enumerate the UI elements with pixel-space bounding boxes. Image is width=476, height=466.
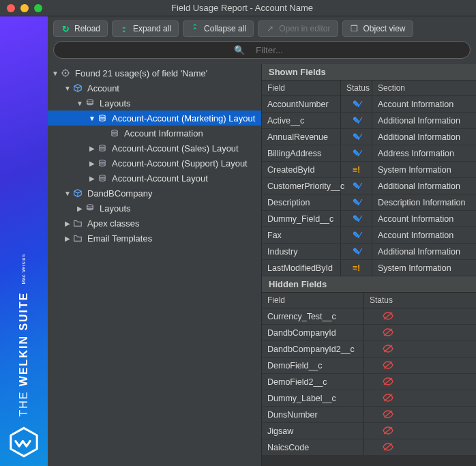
- object-view-button[interactable]: Object view: [342, 20, 413, 37]
- field-cell: Jigsaw: [262, 423, 364, 439]
- zoom-window-button[interactable]: [34, 4, 42, 12]
- chevron-down-icon: ▼: [63, 190, 72, 197]
- shown-field-row[interactable]: Dummy_Field__c✎⁄Account Information: [262, 211, 476, 227]
- status-cell: [364, 407, 412, 422]
- collapse-all-button[interactable]: ⌃⌃ Collapse all: [183, 20, 254, 37]
- status-cell: ✎⁄: [341, 129, 372, 145]
- shown-field-row[interactable]: Description✎⁄Description Information: [262, 194, 476, 211]
- section-cell: Additional Information: [372, 178, 476, 194]
- traffic-lights: [7, 4, 42, 12]
- tree-item[interactable]: ▶Account-Account (Support) Layout: [48, 156, 261, 171]
- status-cell: ✎⁄: [341, 113, 372, 128]
- field-cell: AnnualRevenue: [262, 129, 341, 145]
- edit-status-icon: ✎⁄: [353, 230, 360, 240]
- status-cell: [364, 390, 412, 406]
- hidden-field-row[interactable]: DunsNumber: [262, 407, 476, 423]
- layout-icon: [97, 158, 108, 169]
- field-cell: AccountNumber: [262, 96, 341, 112]
- shown-fields-panel: Shown Fields Field Status Section Accoun…: [262, 64, 476, 276]
- required-status-icon: ≡!: [353, 263, 360, 273]
- brand-text: THE WELKIN SUITE Mac Version: [18, 254, 30, 417]
- shown-field-row[interactable]: BillingAddress✎⁄Address Information: [262, 145, 476, 162]
- shown-field-row[interactable]: Industry✎⁄Additional Information: [262, 244, 476, 260]
- tree-item[interactable]: ▶Account-Account (Sales) Layout: [48, 141, 261, 156]
- hidden-status-icon: [383, 393, 393, 404]
- object-view-label: Object view: [363, 24, 406, 33]
- open-editor-label: Open in editor: [279, 24, 330, 33]
- tree-item-label: Apex classes: [87, 218, 140, 229]
- target-icon: [60, 68, 71, 78]
- status-cell: ✎⁄: [341, 211, 372, 227]
- hidden-field-row[interactable]: Currency_Test__c: [262, 308, 476, 325]
- open-in-editor-button[interactable]: Open in editor: [258, 20, 338, 37]
- filter-input[interactable]: [249, 45, 290, 55]
- section-cell: System Information: [372, 260, 476, 276]
- hidden-status-icon: [383, 426, 393, 437]
- shown-field-row[interactable]: CreatedById≡!System Information: [262, 162, 476, 178]
- hidden-field-row[interactable]: DemoField2__c: [262, 374, 476, 390]
- tree-item[interactable]: ▼Account: [48, 81, 261, 96]
- edit-status-icon: ✎⁄: [353, 181, 360, 191]
- status-cell: ✎⁄: [341, 227, 372, 243]
- chevron-right-icon: ▶: [63, 235, 72, 242]
- hidden-fields-columns: Field Status: [262, 293, 476, 308]
- col-field-hidden[interactable]: Field: [262, 293, 364, 308]
- tree-item-label: Account: [87, 83, 119, 93]
- field-cell: Currency_Test__c: [262, 308, 364, 324]
- folder-icon: [72, 218, 83, 229]
- status-cell: [364, 358, 412, 373]
- status-cell: ✎⁄: [341, 178, 372, 194]
- shown-fields-columns: Field Status Section: [262, 81, 476, 96]
- tree-item[interactable]: ▼DandBCompany: [48, 186, 261, 201]
- field-cell: DandbCompanyId2__c: [262, 341, 364, 357]
- svg-point-2: [65, 72, 67, 74]
- field-cell: Dummy_Label__c: [262, 390, 364, 406]
- col-section[interactable]: Section: [372, 81, 476, 96]
- tree-item[interactable]: ▶Email Templates: [48, 231, 261, 246]
- shown-field-row[interactable]: AccountNumber✎⁄Account Information: [262, 96, 476, 113]
- tree-item[interactable]: ▶Layouts: [48, 201, 261, 216]
- chevron-down-icon: ▼: [50, 70, 60, 77]
- folder-icon: [72, 233, 83, 244]
- svg-point-19: [100, 164, 106, 166]
- hidden-field-row[interactable]: Jigsaw: [262, 423, 476, 439]
- tree-item[interactable]: ▶Account Information: [48, 126, 261, 141]
- hidden-field-row[interactable]: Dummy_Label__c: [262, 390, 476, 407]
- field-cell: NaicsCode: [262, 439, 364, 455]
- shown-field-row[interactable]: CustomerPriority__c✎⁄Additional Informat…: [262, 178, 476, 194]
- field-cell: CustomerPriority__c: [262, 178, 341, 194]
- tree-item[interactable]: ▶Account-Account Layout: [48, 171, 261, 186]
- tree-item[interactable]: ▶Apex classes: [48, 216, 261, 231]
- filter-field[interactable]: 🔍: [53, 41, 471, 59]
- external-link-icon: [265, 24, 275, 33]
- shown-field-row[interactable]: Active__c✎⁄Additional Information: [262, 113, 476, 129]
- field-cell: DemoField__c: [262, 358, 364, 373]
- shown-field-row[interactable]: AnnualRevenue✎⁄Additional Information: [262, 129, 476, 145]
- expand-all-button[interactable]: ⌄⌄ Expand all: [112, 20, 179, 37]
- col-status[interactable]: Status: [341, 81, 372, 96]
- tree-root[interactable]: ▼Found 21 usage(s) of field 'Name': [48, 65, 261, 81]
- tree-item-label: Account-Account Layout: [112, 173, 208, 184]
- section-cell: Description Information: [372, 194, 476, 210]
- tree-pane[interactable]: ▼Found 21 usage(s) of field 'Name'▼Accou…: [48, 64, 262, 466]
- shown-field-row[interactable]: Fax✎⁄Account Information: [262, 227, 476, 244]
- brand-logo-icon: [8, 426, 40, 458]
- edit-status-icon: ✎⁄: [353, 115, 360, 126]
- hidden-field-row[interactable]: DemoField__c: [262, 358, 476, 374]
- tree-item-label: Account Information: [124, 128, 203, 139]
- status-cell: ✎⁄: [341, 96, 372, 112]
- minimize-window-button[interactable]: [20, 4, 29, 12]
- svg-point-13: [112, 134, 118, 136]
- shown-field-row[interactable]: LastModifiedById≡!System Information: [262, 260, 476, 276]
- hidden-field-row[interactable]: DandbCompanyId2__c: [262, 341, 476, 358]
- status-cell: [364, 341, 412, 357]
- hidden-field-row[interactable]: NaicsCode: [262, 439, 476, 456]
- reload-label: Reload: [74, 24, 100, 33]
- hidden-field-row[interactable]: DandbCompanyId: [262, 325, 476, 341]
- tree-item[interactable]: ▼Layouts: [48, 96, 261, 111]
- col-field[interactable]: Field: [262, 81, 341, 96]
- close-window-button[interactable]: [7, 4, 15, 12]
- tree-item[interactable]: ▼Account-Account (Marketing) Layout: [48, 111, 261, 126]
- col-status-hidden[interactable]: Status: [364, 293, 412, 308]
- reload-button[interactable]: Reload: [53, 20, 108, 37]
